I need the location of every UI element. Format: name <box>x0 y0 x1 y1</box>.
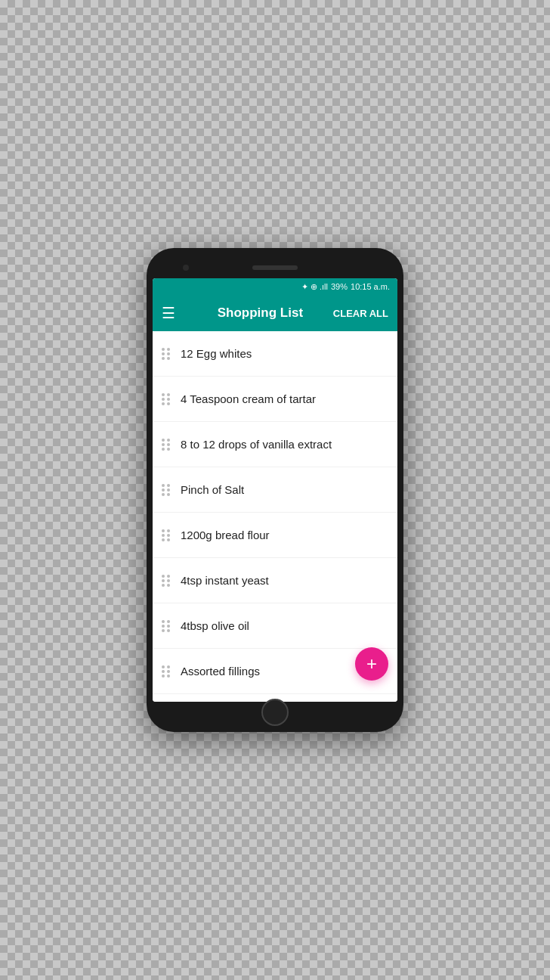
status-bar: ✦ ⊕ .ıll 39% 10:15 a.m. <box>153 278 397 295</box>
drag-handle[interactable] <box>162 620 170 632</box>
status-time: 10:15 a.m. <box>351 282 390 291</box>
app-title: Shopping List <box>187 305 333 321</box>
item-text: Assorted fillings <box>181 664 260 679</box>
item-text: 12 Egg whites <box>181 346 252 361</box>
drag-handle[interactable] <box>162 439 170 451</box>
camera <box>183 265 189 271</box>
list-item[interactable]: Pinch of Salt <box>153 467 397 513</box>
menu-icon[interactable]: ☰ <box>162 304 175 322</box>
item-text: 4tsp instant yeast <box>181 573 269 588</box>
list-item[interactable]: 4tbsp olive oil <box>153 603 397 649</box>
item-text: Pinch of Salt <box>181 482 244 498</box>
item-text: 4tbsp olive oil <box>181 619 249 634</box>
home-button[interactable] <box>261 699 289 726</box>
phone-bottom-bar <box>153 702 397 723</box>
item-text: 1200g bread flour <box>181 528 270 543</box>
drag-handle[interactable] <box>162 393 170 405</box>
list-item[interactable]: 12 Egg whites <box>153 331 397 377</box>
list-item[interactable]: 8 to 12 drops of vanilla extract <box>153 422 397 467</box>
shopping-list: 12 Egg whites4 Teaspoon cream of tartar8… <box>153 331 397 702</box>
phone-top-bar <box>153 257 397 278</box>
list-item[interactable]: 4tsp instant yeast <box>153 558 397 603</box>
drag-handle[interactable] <box>162 575 170 587</box>
list-item[interactable]: 4 Teaspoon cream of tartar <box>153 377 397 422</box>
phone-device: ✦ ⊕ .ıll 39% 10:15 a.m. ☰ Shopping List … <box>147 248 403 732</box>
clear-all-button[interactable]: CLEAR ALL <box>333 308 388 319</box>
list-item[interactable]: 1200g bread flour <box>153 513 397 558</box>
battery-level: 39% <box>331 282 348 291</box>
drag-handle[interactable] <box>162 484 170 496</box>
drag-handle[interactable] <box>162 665 170 678</box>
item-text: 4 Teaspoon cream of tartar <box>181 392 316 407</box>
plus-icon: + <box>366 653 377 675</box>
toolbar: ☰ Shopping List CLEAR ALL <box>153 295 397 331</box>
speaker <box>252 265 298 270</box>
item-text: 8 to 12 drops of vanilla extract <box>181 437 332 452</box>
status-icons: ✦ ⊕ .ıll <box>301 282 328 292</box>
drag-handle[interactable] <box>162 348 170 360</box>
drag-handle[interactable] <box>162 529 170 541</box>
add-item-fab[interactable]: + <box>355 647 388 681</box>
phone-screen: ✦ ⊕ .ıll 39% 10:15 a.m. ☰ Shopping List … <box>153 278 397 702</box>
